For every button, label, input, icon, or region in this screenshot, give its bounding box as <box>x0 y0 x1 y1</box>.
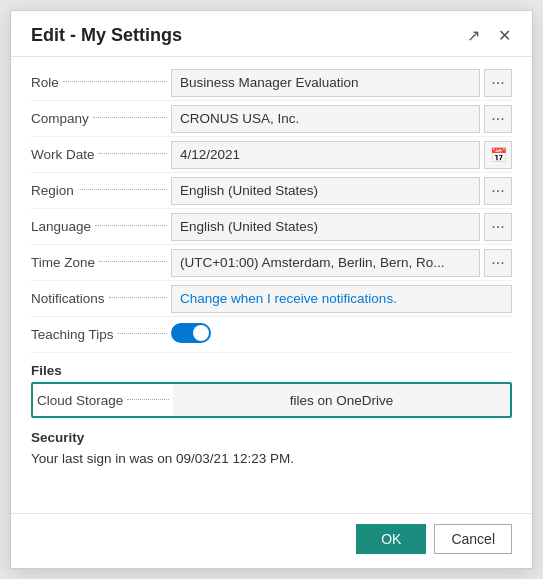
work-date-input[interactable] <box>171 141 480 169</box>
language-row: Language ··· <box>31 209 512 245</box>
role-label-col: Role <box>31 75 171 90</box>
language-label: Language <box>31 219 91 234</box>
dialog-title: Edit - My Settings <box>31 25 182 46</box>
toggle-slider <box>171 323 211 343</box>
header-icons: ↗ ✕ <box>462 26 516 46</box>
cloud-storage-row: Cloud Storage files on OneDrive <box>31 382 512 418</box>
company-value-wrap: ··· <box>171 105 512 133</box>
language-value-wrap: ··· <box>171 213 512 241</box>
region-label: Region <box>31 183 74 198</box>
teaching-tips-label-col: Teaching Tips <box>31 327 171 342</box>
role-value-wrap: ··· <box>171 69 512 97</box>
company-row: Company ··· <box>31 101 512 137</box>
teaching-tips-label: Teaching Tips <box>31 327 114 342</box>
expand-button[interactable]: ↗ <box>462 26 485 46</box>
region-input[interactable] <box>171 177 480 205</box>
close-button[interactable]: ✕ <box>493 26 516 46</box>
teaching-tips-row: Teaching Tips <box>31 317 512 353</box>
teaching-tips-toggle[interactable] <box>171 323 211 343</box>
timezone-label-col: Time Zone <box>31 255 171 270</box>
security-section: Security Your last sign in was on 09/03/… <box>31 422 512 470</box>
notifications-label: Notifications <box>31 291 105 306</box>
cloud-storage-label: Cloud Storage <box>37 393 123 408</box>
security-text: Your last sign in was on 09/03/21 12:23 … <box>31 451 512 466</box>
company-input[interactable] <box>171 105 480 133</box>
language-input[interactable] <box>171 213 480 241</box>
notifications-link[interactable]: Change when I receive notifications. <box>171 285 512 313</box>
work-date-row: Work Date 📅 <box>31 137 512 173</box>
notifications-value-wrap: Change when I receive notifications. <box>171 285 512 313</box>
role-row: Role ··· <box>31 65 512 101</box>
timezone-dots <box>99 261 167 262</box>
company-dots <box>93 117 167 118</box>
region-row: Region ··· <box>31 173 512 209</box>
work-date-label: Work Date <box>31 147 95 162</box>
timezone-input[interactable] <box>171 249 480 277</box>
role-dots <box>63 81 167 82</box>
region-label-col: Region <box>31 183 171 198</box>
language-dots <box>95 225 167 226</box>
region-ellipsis-button[interactable]: ··· <box>484 177 512 205</box>
dialog-footer: OK Cancel <box>11 513 532 568</box>
company-label-col: Company <box>31 111 171 126</box>
cloud-storage-dots <box>127 399 169 400</box>
notifications-dots <box>109 297 167 298</box>
security-title: Security <box>31 430 512 445</box>
ok-button[interactable]: OK <box>356 524 426 554</box>
role-ellipsis-button[interactable]: ··· <box>484 69 512 97</box>
cancel-button[interactable]: Cancel <box>434 524 512 554</box>
work-date-label-col: Work Date <box>31 147 171 162</box>
expand-icon: ↗ <box>467 27 480 44</box>
role-label: Role <box>31 75 59 90</box>
work-date-dots <box>99 153 167 154</box>
timezone-row: Time Zone ··· <box>31 245 512 281</box>
cloud-storage-label-col: Cloud Storage <box>33 393 173 408</box>
notifications-row: Notifications Change when I receive noti… <box>31 281 512 317</box>
language-ellipsis-button[interactable]: ··· <box>484 213 512 241</box>
role-input[interactable] <box>171 69 480 97</box>
work-date-value-wrap: 📅 <box>171 141 512 169</box>
teaching-tips-toggle-wrap <box>171 319 512 350</box>
notifications-label-col: Notifications <box>31 291 171 306</box>
region-dots <box>78 189 167 190</box>
company-label: Company <box>31 111 89 126</box>
timezone-label: Time Zone <box>31 255 95 270</box>
dialog-header: Edit - My Settings ↗ ✕ <box>11 11 532 57</box>
language-label-col: Language <box>31 219 171 234</box>
timezone-ellipsis-button[interactable]: ··· <box>484 249 512 277</box>
calendar-button[interactable]: 📅 <box>484 141 512 169</box>
teaching-tips-dots <box>118 333 167 334</box>
dialog-body: Role ··· Company ··· Work Date <box>11 57 532 513</box>
cloud-storage-button[interactable]: files on OneDrive <box>173 384 510 416</box>
timezone-value-wrap: ··· <box>171 249 512 277</box>
region-value-wrap: ··· <box>171 177 512 205</box>
company-ellipsis-button[interactable]: ··· <box>484 105 512 133</box>
close-icon: ✕ <box>498 27 511 44</box>
files-section-label: Files <box>31 353 512 382</box>
edit-my-settings-dialog: Edit - My Settings ↗ ✕ Role ··· <box>10 10 533 569</box>
